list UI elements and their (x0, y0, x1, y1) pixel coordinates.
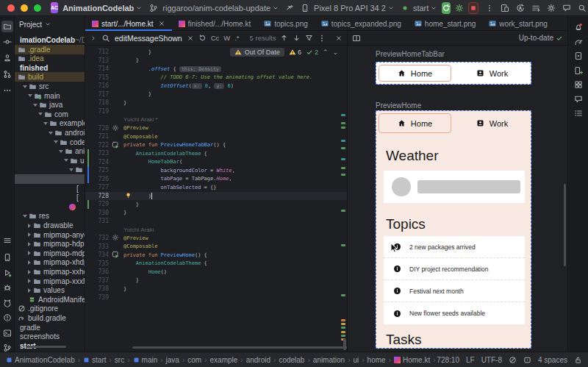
code-line-715[interactable]: 715 // TODO 6-7: Use the animating offse… (85, 74, 347, 82)
layout-inspector-icon[interactable] (501, 4, 509, 13)
tree-item-finished[interactable]: finished (15, 63, 85, 73)
close-search-icon[interactable] (335, 35, 343, 42)
search-more-icon[interactable] (318, 34, 326, 43)
tree-chevron-icon[interactable] (33, 104, 37, 107)
search-icon[interactable] (578, 4, 587, 13)
split-editor-icon[interactable] (352, 34, 361, 43)
preview-settings-icon[interactable] (112, 124, 119, 132)
branch-name[interactable]: riggaroo/anim-codelab-update (162, 4, 270, 13)
code-line-724[interactable]: 724 HomeTabBar( (85, 158, 347, 167)
more-run-options-icon[interactable] (485, 4, 494, 13)
tree-chevron-icon[interactable] (38, 113, 43, 115)
author-annotation[interactable]: Yuichi Araki * (123, 116, 158, 123)
bell-icon[interactable] (573, 22, 584, 32)
ai-chat2-icon[interactable] (562, 4, 571, 13)
device-manager-icon[interactable] (573, 65, 584, 76)
tree-item-u[interactable]: u (15, 156, 85, 165)
tree-chevron-icon[interactable] (69, 168, 74, 171)
code-line-733[interactable]: 733@Composable (85, 243, 347, 252)
clear-search-icon[interactable] (187, 35, 194, 42)
indent-size[interactable]: 4 spaces (538, 356, 567, 364)
problems-icon[interactable] (2, 313, 12, 323)
code-line-728[interactable]: 728 ) (85, 192, 347, 201)
more-h-icon[interactable] (2, 85, 12, 96)
device-icon[interactable] (2, 252, 12, 263)
tree-item-[[interactable]: [ (15, 184, 85, 193)
preview-scrollbar[interactable] (564, 184, 566, 266)
project-folder-icon[interactable] (1, 21, 13, 32)
project-panel-header[interactable]: Project (15, 16, 85, 32)
tree-item-.gitignore[interactable]: .gitignore (15, 304, 85, 313)
search-expand-icon[interactable] (90, 35, 97, 42)
services-icon[interactable] (2, 268, 12, 278)
breadcrumb-main[interactable]: main (133, 356, 158, 364)
running-devices-icon[interactable] (573, 51, 584, 61)
editor-tab-0[interactable]: start/.../Home.kt (85, 16, 172, 31)
editor-tab-2[interactable]: topics.png (257, 16, 315, 31)
tree-item-mipmap-mdpi[interactable]: mipmap-mdpi (15, 249, 85, 258)
tree-item-screenshots[interactable]: screenshots (15, 332, 85, 341)
terminal-icon[interactable] (2, 328, 12, 338)
breadcrumb-com[interactable]: com (187, 356, 201, 364)
tree-item-.idea[interactable]: .idea (15, 54, 85, 63)
next-problem-icon[interactable]: ⌄ (332, 49, 338, 56)
build-icon[interactable] (547, 4, 556, 13)
code-line-716[interactable]: 716 IntOffset(x: 0, y: 0) (85, 82, 347, 90)
code-line-731[interactable]: 731 (85, 217, 347, 226)
code-line-734[interactable]: 734private fun PreviewHome() { (85, 251, 347, 260)
tree-chevron-icon[interactable] (49, 132, 53, 135)
search-history-icon[interactable] (198, 34, 207, 42)
file-encoding[interactable]: UTF-8 (481, 356, 502, 364)
code-line-736[interactable]: 736 Home() (85, 268, 347, 277)
regex-toggle[interactable]: .* (234, 34, 239, 42)
structure-list-icon[interactable] (573, 108, 584, 118)
tree-item-mipmap-xhdpi[interactable]: mipmap-xhdpi (15, 257, 85, 267)
code-editor[interactable]: 712 }713 }714 .offset { this: Density715… (85, 46, 347, 352)
close-window-button[interactable] (7, 4, 15, 12)
editor-tab-5[interactable]: work_start.png (482, 16, 554, 31)
match-case-toggle[interactable]: Cc (211, 34, 220, 42)
unlocked-icon[interactable] (574, 356, 582, 364)
update-project-icon[interactable] (286, 4, 294, 12)
tree-item-mipmap-xxhdpi[interactable]: mipmap-xxhdpi (15, 267, 85, 277)
tree-item-java[interactable]: java (15, 100, 85, 110)
whole-words-toggle[interactable]: W (223, 34, 230, 42)
run-preview-icon[interactable] (112, 251, 119, 258)
line-separator[interactable]: LF (466, 356, 475, 364)
bug-icon[interactable] (2, 282, 12, 293)
breadcrumb-AnimationCodelab[interactable]: AnimationCodelab (6, 356, 75, 364)
project-name[interactable]: AnimationCodelab (62, 4, 134, 13)
tree-chevron-icon[interactable] (28, 242, 31, 246)
preview-settings-icon[interactable] (112, 234, 119, 241)
device-selector[interactable]: Pixel 8 Pro API 34 2 (314, 4, 386, 13)
search-filter-icon[interactable] (305, 34, 313, 42)
prev-problem-icon[interactable]: ⌃ (323, 49, 329, 56)
code-author-line[interactable]: Yuichi Araki * (85, 115, 347, 124)
tree-item-example[interactable]: example (15, 118, 85, 128)
code-line-722[interactable]: 722private fun PreviewHomeTabBar() { (85, 141, 347, 150)
tree-chevron-icon[interactable] (28, 232, 31, 237)
tree-item-mipmap-anydpi[interactable]: mipmap-anydpi (15, 230, 85, 240)
tree-item-build.gradle[interactable]: build.gradle (15, 313, 85, 323)
editor-tab-1[interactable]: finished/.../Home.kt (172, 16, 258, 31)
tree-item-imationCodelab[interactable]: imationCodelab ~/Documen (15, 35, 85, 45)
tree-item-15[interactable] (15, 174, 85, 184)
code-line-729[interactable]: 729 } (85, 200, 347, 209)
menu-icon[interactable] (2, 235, 12, 246)
tree-item-codela[interactable]: codela (15, 138, 85, 147)
branch-chevron-icon[interactable] (272, 4, 279, 12)
tree-chevron-icon[interactable] (23, 85, 27, 88)
code-line-735[interactable]: 735 AnimationCodelabTheme { (85, 260, 347, 268)
gradle-elephant-icon[interactable] (573, 37, 584, 47)
tree-chevron-icon[interactable] (54, 140, 58, 143)
breadcrumb-src[interactable]: src (115, 356, 124, 364)
apply-changes-button[interactable] (455, 2, 464, 14)
warning-count[interactable]: 6 (289, 49, 301, 56)
tree-item-drawable[interactable]: drawable (15, 221, 85, 230)
tree-item-.gradle[interactable]: .gradle (15, 45, 85, 54)
build-variants-icon[interactable] (531, 4, 540, 13)
tree-item-[[interactable]: [ (15, 193, 85, 202)
stop-button[interactable] (468, 2, 478, 14)
breadcrumb-codelab[interactable]: codelab (279, 356, 304, 364)
tree-item-src[interactable]: src (15, 82, 85, 91)
